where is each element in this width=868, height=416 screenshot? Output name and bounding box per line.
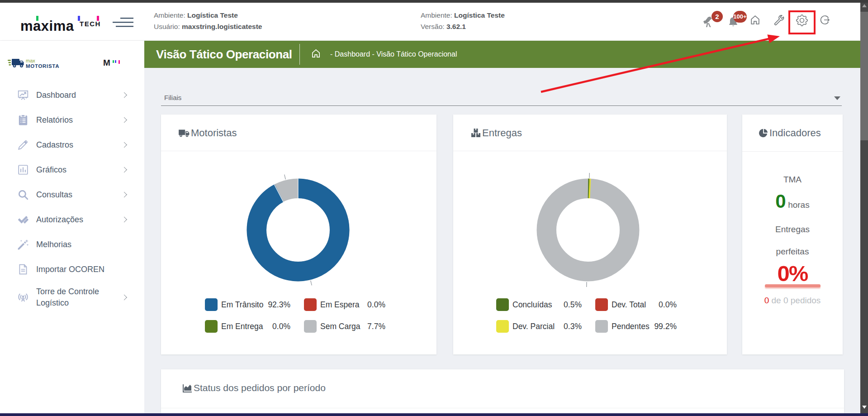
svg-text:max: max xyxy=(26,58,35,63)
svg-text:MOTORISTA: MOTORISTA xyxy=(26,63,59,69)
svg-text:TECH: TECH xyxy=(80,20,101,28)
svg-text:M: M xyxy=(103,59,110,67)
svg-text:maxima: maxima xyxy=(20,18,74,33)
